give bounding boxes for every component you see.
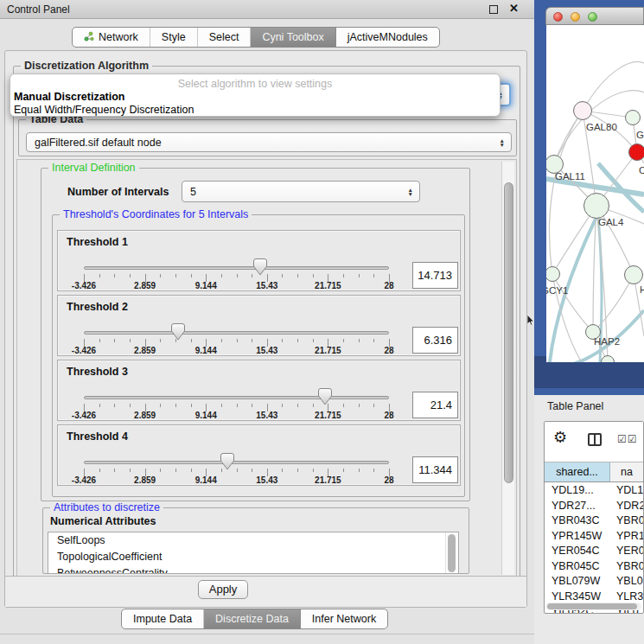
menu-item-manual-discretization[interactable]: Manual Discretization: [14, 91, 125, 103]
minimize-traffic-light-icon[interactable]: [571, 12, 580, 22]
zoom-traffic-light-icon[interactable]: [588, 12, 597, 22]
panel-bottom-border: [0, 634, 536, 634]
attribute-list-item[interactable]: SelfLoops: [48, 532, 458, 549]
apply-button[interactable]: Apply: [198, 580, 248, 599]
network-node[interactable]: [546, 266, 560, 282]
table-data-combobox-value: galFiltered.sif default node: [35, 137, 162, 149]
number-of-intervals-value: 5: [190, 186, 196, 198]
numerical-attributes-list[interactable]: SelfLoopsTopologicalCoefficientBetweenne…: [48, 532, 459, 574]
network-node-label: H: [640, 284, 644, 295]
combo-arrows-icon: ▲▼: [500, 137, 505, 147]
threshold-2-value-field[interactable]: 6.316: [412, 327, 458, 354]
bottom-tab-bar: Impute Data Discretize Data Infer Networ…: [121, 609, 388, 629]
close-traffic-light-icon[interactable]: [553, 12, 563, 22]
network-nodes-layer: GAL80GCGAL11GAL4GCY1HHAP2: [546, 25, 644, 362]
threshold-3-panel: Threshold 3 -3.4262.8599.14415.4321.7152…: [57, 360, 461, 421]
control-panel: Control Panel ✕ Network Style Select Cyn…: [0, 0, 536, 644]
tab-style[interactable]: Style: [150, 28, 198, 47]
tab-network-label: Network: [99, 31, 138, 43]
slider-ticks: -3.4262.8599.14415.4321.71528: [58, 360, 460, 420]
attributes-scrollbar[interactable]: [445, 532, 457, 573]
thresholds-group-title: Threshold's Coordinates for 5 Intervals: [60, 208, 252, 220]
threshold-2-slider-thumb[interactable]: [171, 323, 185, 341]
control-panel-titlebar: Control Panel ✕: [0, 0, 536, 19]
panel-title: Control Panel: [7, 3, 70, 16]
interval-definition-group-title: Interval Definition: [48, 162, 139, 174]
threshold-4-value-field[interactable]: 11.344: [412, 456, 458, 483]
tab-infer-network[interactable]: Infer Network: [301, 609, 387, 628]
tab-select[interactable]: Select: [198, 28, 252, 47]
checkbox-icons[interactable]: ☑☑: [617, 433, 638, 445]
number-of-intervals-label: Number of Intervals: [67, 186, 169, 198]
table-panel-title: Table Panel: [547, 400, 603, 412]
attribute-list-item[interactable]: TopologicalCoefficient: [48, 549, 458, 565]
network-node[interactable]: [624, 265, 643, 284]
tab-network[interactable]: Network: [73, 28, 150, 47]
thresholds-group: Threshold's Coordinates for 5 Intervals …: [52, 214, 465, 497]
table-header: shared... na: [545, 462, 644, 482]
table-row[interactable]: YBL079WYBL0: [545, 574, 644, 590]
vertical-scrollbar[interactable]: [501, 162, 514, 575]
network-node-label: G: [636, 130, 644, 140]
horizontal-scrollbar[interactable]: [546, 603, 641, 610]
network-window-titlebar[interactable]: [545, 7, 644, 25]
numerical-attributes-heading: Numerical Attributes: [50, 515, 156, 527]
tab-cyni-toolbox[interactable]: Cyni Toolbox: [251, 28, 335, 47]
network-node-label: HAP2: [594, 336, 620, 347]
threshold-1-slider-thumb[interactable]: [253, 258, 267, 276]
threshold-1-value-field[interactable]: 14.713: [412, 262, 458, 289]
column-header-name[interactable]: na: [610, 462, 644, 481]
float-window-icon[interactable]: [489, 5, 498, 14]
columns-icon[interactable]: [588, 433, 602, 446]
table-panel: Table Panel ⚙ ☑☑ shared... na YDL19...YD…: [534, 395, 644, 644]
table-row[interactable]: YER054CYER0: [545, 544, 644, 559]
table-row[interactable]: YPR145WYPR1: [545, 529, 644, 545]
table-rows: YDL19...YDL1YDR27...YDR2YBR043CYBR0YPR14…: [545, 483, 644, 614]
attributes-group-title: Attributes to discretize: [50, 501, 163, 513]
algorithm-hint: Select algorithm to view settings: [10, 78, 500, 90]
apply-bar: Apply: [5, 576, 526, 607]
threshold-3-value-field[interactable]: 21.4: [412, 392, 458, 418]
slider-ticks: -3.4262.8599.14415.4321.71528: [58, 296, 460, 355]
table-row[interactable]: YBR045CYBR0: [545, 559, 644, 575]
slider-ticks: -3.4262.8599.14415.4321.71528: [58, 425, 460, 485]
network-node[interactable]: [583, 193, 609, 219]
tab-jactivemnodules[interactable]: jActiveMNodules: [336, 28, 439, 47]
column-header-shared-name[interactable]: shared...: [545, 462, 610, 481]
discretization-algorithm-group-title: Discretization Algorithm: [21, 60, 152, 72]
network-node[interactable]: [601, 355, 615, 362]
table-data-combobox[interactable]: galFiltered.sif default node ▲▼: [26, 132, 512, 152]
gear-icon[interactable]: ⚙: [553, 428, 567, 447]
tab-discretize-data[interactable]: Discretize Data: [204, 609, 301, 628]
table-toolbar: ⚙ ☑☑: [545, 422, 643, 462]
network-node-label: GCY1: [546, 285, 568, 296]
table-row[interactable]: YDR27...YDR2: [545, 499, 644, 514]
table-row[interactable]: YDL19...YDL1: [545, 483, 644, 499]
network-canvas[interactable]: GAL80GCGAL11GAL4GCY1HHAP2: [546, 25, 644, 362]
network-node-label: GAL4: [598, 217, 623, 227]
menu-item-equal-width-frequency[interactable]: Equal Width/Frequency Discretization: [14, 104, 194, 116]
threshold-4-slider-thumb[interactable]: [220, 453, 234, 470]
attributes-group: Attributes to discretize Numerical Attri…: [42, 507, 469, 574]
network-tab-icon: [84, 31, 94, 44]
tab-impute-data[interactable]: Impute Data: [122, 609, 204, 628]
interval-definition-group: Interval Definition Number of Intervals …: [41, 168, 470, 501]
threshold-3-slider-thumb[interactable]: [318, 388, 332, 405]
close-icon[interactable]: ✕: [509, 2, 519, 15]
network-node-label: GAL11: [555, 171, 585, 182]
number-of-intervals-combobox[interactable]: 5 ▲▼: [182, 181, 420, 202]
attribute-list-item[interactable]: BetweennessCentrality: [48, 565, 458, 574]
table-row[interactable]: YBR043CYBR0: [545, 513, 644, 529]
threshold-1-panel: Threshold 1 -3.4262.8599.14415.4321.7152…: [57, 230, 461, 291]
horizontal-scrollbar-thumb[interactable]: [547, 603, 637, 609]
network-node[interactable]: [625, 110, 641, 125]
mouse-cursor: [527, 315, 536, 327]
network-node[interactable]: [573, 101, 592, 120]
top-tab-bar: Network Style Select Cyni Toolbox jActiv…: [72, 27, 440, 48]
node-table-widget: ⚙ ☑☑ shared... na YDL19...YDL1YDR27...YD…: [544, 421, 644, 614]
attribute-items: SelfLoopsTopologicalCoefficientBetweenne…: [48, 532, 458, 574]
table-data-group: Table Data galFiltered.sif default node …: [18, 119, 517, 156]
vertical-scrollbar-thumb[interactable]: [504, 182, 513, 483]
threshold-2-panel: Threshold 2 -3.4262.8599.14415.4321.7152…: [57, 295, 461, 356]
network-node[interactable]: [628, 143, 644, 161]
